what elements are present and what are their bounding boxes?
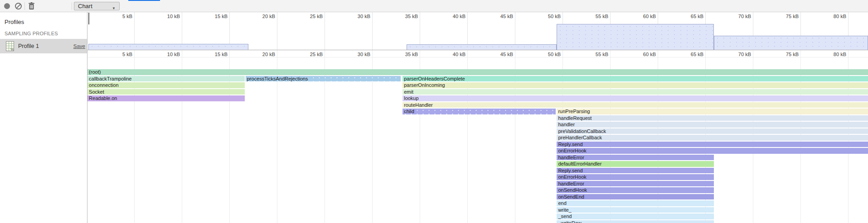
flame-frame[interactable]: end <box>557 200 714 206</box>
ruler-tick-label: 55 kB <box>596 52 608 57</box>
ruler-tick-label: 35 kB <box>405 52 418 57</box>
ruler-tick-label: 70 kB <box>738 52 751 57</box>
flame-frame[interactable]: Socket <box>87 89 245 95</box>
record-icon[interactable] <box>4 3 10 9</box>
sidebar-title: Profiles <box>5 19 24 25</box>
view-mode-value: Chart <box>78 3 92 9</box>
ruler-tick-label: 25 kB <box>310 52 323 57</box>
toolbar: Chart ▼ <box>0 0 868 12</box>
flame-frame[interactable]: routeHandler <box>402 102 868 108</box>
flame-frame[interactable]: parserOnIncoming <box>402 82 868 88</box>
flame-frame[interactable]: handleError <box>557 181 714 187</box>
ruler-tick-label: 20 kB <box>262 52 275 57</box>
overview-area-segment <box>714 36 868 50</box>
flame-frame[interactable]: parserOnHeadersComplete <box>402 76 868 82</box>
overview-drag-handle[interactable] <box>88 13 89 24</box>
trash-icon[interactable] <box>28 2 35 10</box>
clear-all-icon[interactable] <box>15 3 22 9</box>
overview-area-segment <box>407 44 557 50</box>
ruler-tick-label: 40 kB <box>453 52 466 57</box>
flame-frame[interactable]: child <box>402 109 556 114</box>
ruler-tick-label: 50 kB <box>548 52 561 57</box>
flame-frame[interactable]: preHandlerCallback <box>557 135 868 141</box>
ruler-tick-label: 45 kB <box>500 52 513 57</box>
ruler-tick-label: 65 kB <box>691 52 703 57</box>
flame-frame[interactable]: preValidationCallback <box>557 128 868 134</box>
flame-frame[interactable]: onconnection <box>87 82 245 88</box>
ruler-tick-label: 60 kB <box>643 52 656 57</box>
devtools-memory-panel: Chart ▼ Profiles SAMPLING PROFILES % Pro… <box>0 0 868 223</box>
ruler-tick-label: 10 kB <box>167 52 180 57</box>
flame-frame[interactable]: runPreParsing <box>557 109 868 114</box>
active-tab-indicator <box>128 0 160 1</box>
flame-frame[interactable]: lookup <box>402 95 868 101</box>
flame-frame[interactable]: onErrorHook <box>557 174 714 180</box>
ruler-tick-label: 30 kB <box>358 52 370 57</box>
flame-frame[interactable]: defaultErrorHandler <box>557 161 714 167</box>
chevron-down-icon: ▼ <box>112 5 116 12</box>
heap-profile-icon: % <box>6 41 14 51</box>
ruler-tick-label: 75 kB <box>786 52 799 57</box>
profile-name: Profile 1 <box>18 43 39 49</box>
overview-area-segment <box>88 44 248 50</box>
flame-frame[interactable]: _send <box>557 214 714 219</box>
flame-chart-pane: 5 kB10 kB15 kB20 kB25 kB30 kB35 kB40 kB4… <box>87 12 868 223</box>
flame-frame[interactable]: handleRequest <box>557 115 868 121</box>
view-mode-select[interactable]: Chart ▼ <box>74 2 120 10</box>
flame-frame[interactable]: onSendHook <box>557 187 714 193</box>
ruler-tick-label: 5 kB <box>122 52 132 57</box>
flame-frame[interactable]: onSendEnd <box>557 194 714 200</box>
flame-frame[interactable]: onErrorHook <box>557 148 868 154</box>
flame-frame[interactable]: handler <box>557 122 868 128</box>
flame-frame[interactable]: processTicksAndRejections <box>246 76 401 82</box>
flame-frame[interactable]: Readable.on <box>87 95 245 101</box>
ruler-tick-label: 15 kB <box>215 52 228 57</box>
profiles-sidebar: Profiles SAMPLING PROFILES % Profile 1 S… <box>0 12 87 223</box>
flame-frame[interactable]: handleError <box>557 155 714 161</box>
ruler-tick-label: 80 kB <box>834 52 846 57</box>
flame-frame[interactable]: (root) <box>87 69 868 75</box>
sampling-profiles-section-label: SAMPLING PROFILES <box>5 31 58 36</box>
flame-frame[interactable]: callbackTrampoline <box>87 76 245 82</box>
svg-text:%: % <box>10 47 14 52</box>
save-profile-link[interactable]: Save <box>73 43 85 49</box>
toolbar-separator <box>72 2 72 10</box>
sidebar-item-profile-1[interactable]: % Profile 1 Save <box>0 39 87 53</box>
flame-frame[interactable]: Reply.send <box>557 168 714 174</box>
flame-frame[interactable]: Reply.send <box>557 142 868 147</box>
flame-graph: (root)callbackTrampolineprocessTicksAndR… <box>87 57 868 223</box>
overview-area-segment <box>557 24 714 50</box>
flame-frame[interactable]: emit <box>402 89 868 95</box>
flame-frame[interactable]: _writeRaw <box>557 220 714 223</box>
overview-graph[interactable] <box>87 12 868 50</box>
flame-frame[interactable]: write_ <box>557 207 714 213</box>
toolbar-separator <box>24 2 25 10</box>
